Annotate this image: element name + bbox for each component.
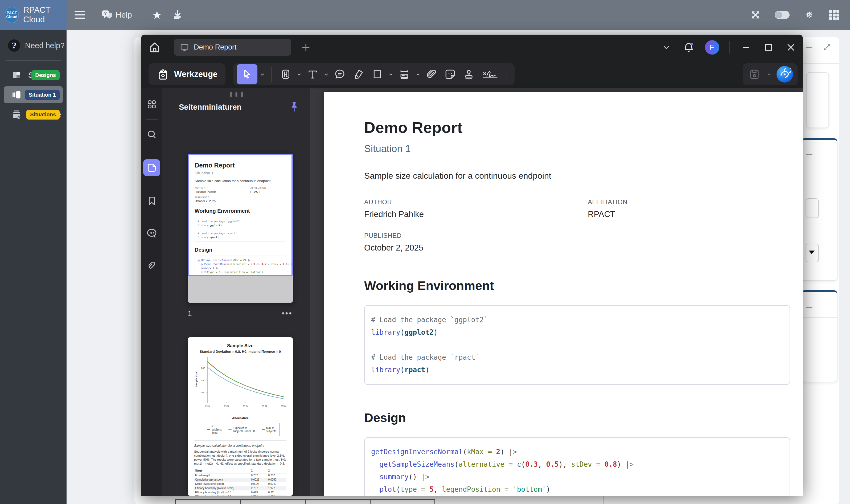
pen-tool[interactable] xyxy=(350,64,367,85)
theme-toggle[interactable] xyxy=(775,11,790,19)
settings-gear-icon[interactable] xyxy=(803,9,815,21)
save-options-chevron[interactable] xyxy=(766,71,773,77)
svg-text:150: 150 xyxy=(201,379,205,382)
page-thumbnail-2[interactable]: Sample Size Standard Deviation = 0.8, H0… xyxy=(188,337,293,496)
close-button[interactable] xyxy=(785,41,797,54)
shape-tool-chevron[interactable] xyxy=(387,71,394,77)
pdf-viewer-window: Demo Report F xyxy=(141,35,803,496)
document-page[interactable]: Demo Report Situation 1 Sample size calc… xyxy=(324,92,803,496)
svg-text:0.35: 0.35 xyxy=(224,404,230,407)
select-cursor-tool[interactable] xyxy=(237,64,257,85)
document-area: Demo Report Situation 1 Sample size calc… xyxy=(310,88,803,496)
tools-menu-label: Werkzeuge xyxy=(174,70,217,79)
svg-text:0.30: 0.30 xyxy=(205,404,210,407)
affiliation-label: AFFILIATION xyxy=(588,198,628,206)
page-options-button[interactable]: ••• xyxy=(282,309,293,318)
sidebar: PACT Cloud RPACT Cloud ? Need help? Star… xyxy=(0,0,67,504)
code-block-working-environment: # Load the package `ggplot2`library(ggpl… xyxy=(364,305,790,385)
annotation-toolbar: Werkzeuge xyxy=(141,60,803,88)
apps-grid-icon[interactable] xyxy=(829,10,839,20)
dropdown-arrow-icon[interactable] xyxy=(809,251,815,254)
question-mark-icon: ? xyxy=(8,39,20,52)
highlight-tool-chevron[interactable] xyxy=(296,71,303,77)
download-icon[interactable] xyxy=(172,9,183,20)
sidebar-item-compare[interactable]: Compare Situations xyxy=(4,106,63,123)
toolbar-separator xyxy=(271,67,272,82)
help-chat-icon: ? xyxy=(101,10,113,20)
panel-title: Seitenminiaturen xyxy=(179,103,241,111)
page-thumbnails-icon[interactable] xyxy=(143,159,160,176)
situations-badge: Situations xyxy=(26,110,60,120)
svg-text:0.50: 0.50 xyxy=(282,404,286,407)
cursor-tool-chevron[interactable] xyxy=(259,71,266,77)
panel-minimize-dash xyxy=(806,47,812,48)
svg-text:Sample Size: Sample Size xyxy=(195,372,198,388)
chevron-down-icon[interactable] xyxy=(660,41,672,54)
new-tab-button[interactable] xyxy=(300,41,312,54)
svg-text:200: 200 xyxy=(201,366,205,370)
page-thumbnail-1[interactable]: Demo Report Situation 1 Sample size calc… xyxy=(188,154,293,303)
measure-tool-chevron[interactable] xyxy=(415,71,421,77)
page-1-preview: Demo Report Situation 1 Sample size calc… xyxy=(188,154,293,276)
strip-divider xyxy=(146,119,158,120)
affiliation-value: RPACT xyxy=(588,210,628,219)
tool-group xyxy=(233,64,514,85)
need-help-link[interactable]: ? Need help? xyxy=(8,39,67,52)
app-title: RPACT Cloud xyxy=(23,5,67,24)
rpact-logo: PACT Cloud xyxy=(5,7,18,23)
save-group xyxy=(743,64,798,85)
document-description: Sample size calculation for a continuous… xyxy=(364,171,803,181)
text-tool-chevron[interactable] xyxy=(323,71,330,77)
favorite-star-icon[interactable]: ★ xyxy=(152,8,162,21)
tools-menu-button[interactable]: Werkzeuge xyxy=(148,64,225,85)
sidebar-item-design[interactable]: Design Situation 1 xyxy=(4,86,63,103)
home-icon[interactable] xyxy=(148,41,161,54)
app-topbar: ? Help ★ xyxy=(67,0,850,30)
sidebar-item-start[interactable]: Start Designs xyxy=(4,67,63,84)
maximize-button[interactable] xyxy=(762,41,775,54)
document-subtitle: Situation 1 xyxy=(364,143,803,155)
tab-title: Demo Report xyxy=(194,43,237,51)
section-heading: Working Environment xyxy=(364,278,803,293)
toolbar-separator xyxy=(507,67,507,82)
viewer-sidebar xyxy=(141,88,162,496)
sticker-tool[interactable] xyxy=(441,64,459,85)
user-avatar[interactable]: F xyxy=(705,40,719,55)
thumbnails-panel: Seitenminiaturen Demo Report Situation 1… xyxy=(162,88,310,496)
page-number: 1 xyxy=(188,309,192,318)
search-icon[interactable] xyxy=(143,126,160,143)
save-button[interactable] xyxy=(746,64,763,85)
monitor-icon xyxy=(180,43,189,52)
panel-expand-icon xyxy=(822,42,832,52)
document-tab[interactable]: Demo Report xyxy=(174,39,291,56)
stamp-tool[interactable] xyxy=(460,64,477,85)
ai-assistant-button[interactable] xyxy=(775,65,794,84)
comment-tool[interactable] xyxy=(331,64,348,85)
minimize-button[interactable] xyxy=(740,41,752,54)
dashboard-grid-icon[interactable] xyxy=(143,96,160,113)
published-label: PUBLISHED xyxy=(364,232,423,239)
attachments-icon[interactable] xyxy=(143,257,160,274)
sidebar-divider xyxy=(6,60,61,61)
comments-icon[interactable] xyxy=(143,225,160,242)
pin-icon[interactable] xyxy=(289,101,300,113)
designs-badge: Designs xyxy=(32,70,60,80)
notifications-bell-icon[interactable] xyxy=(683,41,695,54)
svg-text:100: 100 xyxy=(201,391,205,394)
svg-text:0.45: 0.45 xyxy=(262,404,268,407)
bookmarks-icon[interactable] xyxy=(143,192,160,209)
menu-icon[interactable] xyxy=(74,11,85,19)
design-icon xyxy=(12,90,21,100)
panel-drag-handle[interactable] xyxy=(230,92,243,97)
signature-tool[interactable] xyxy=(479,64,501,85)
fullscreen-icon[interactable] xyxy=(750,10,761,20)
svg-text:?: ? xyxy=(104,11,107,16)
text-tool[interactable] xyxy=(304,64,321,85)
highlight-tool[interactable] xyxy=(277,64,294,85)
measure-tool[interactable] xyxy=(396,64,413,85)
attach-tool[interactable] xyxy=(423,64,440,85)
start-icon xyxy=(12,70,21,80)
code-block-design: getDesignInverseNormal(kMax = 2) |> getS… xyxy=(364,437,790,496)
help-button[interactable]: ? Help xyxy=(101,10,132,20)
shape-rectangle-tool[interactable] xyxy=(369,64,386,85)
